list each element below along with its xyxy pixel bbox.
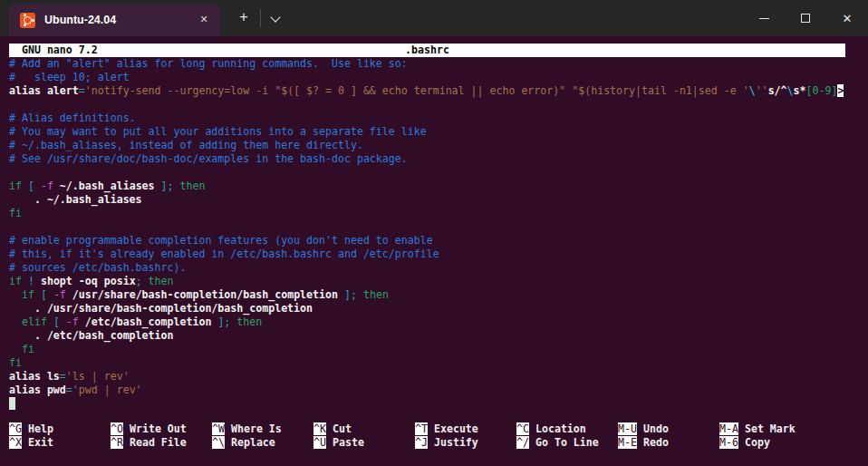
terminal[interactable]: GNU nano 7.2 .bashrc # Add an "alert" al…: [0, 36, 868, 466]
code-segment: -f: [41, 180, 53, 192]
shortcut-bar: ^GHelp^XExit^OWrite Out^RRead File^WWher…: [9, 422, 821, 450]
code-segment: then: [236, 316, 262, 328]
shortcut-location: ^CLocation: [516, 422, 618, 436]
shortcut-label: Read File: [130, 436, 187, 449]
shortcut-set-mark: M-ASet Mark: [719, 422, 821, 436]
code-line[interactable]: # You may want to put all your additions…: [9, 125, 866, 139]
shortcut-column: ^KCut^UPaste: [313, 422, 415, 450]
shortcut-key: ^O: [111, 422, 123, 435]
code-segment: -f: [53, 288, 66, 301]
shortcut-redo: M-ERedo: [618, 436, 719, 450]
shortcut-label: Redo: [643, 436, 669, 449]
shortcut-key: ^\: [212, 436, 225, 449]
code-segment: =: [79, 84, 85, 97]
shortcut-undo: M-UUndo: [618, 422, 719, 436]
code-line[interactable]: # sleep 10; alert: [9, 71, 866, 84]
code-segment: [: [41, 288, 47, 301]
code-segment: . /etc/bash_completion: [9, 329, 173, 342]
code-line[interactable]: alias ls='ls | rev': [9, 370, 866, 383]
code-segment: !: [28, 275, 34, 287]
code-line[interactable]: alias pwd='pwd | rev': [9, 383, 866, 397]
new-tab-button[interactable]: +: [232, 7, 256, 29]
code-segment: [47, 288, 53, 301]
code-line[interactable]: [9, 397, 866, 411]
shortcut-read-file: ^RRead File: [111, 436, 212, 450]
code-line[interactable]: alias alert='notify-send --urgency=low -…: [9, 84, 866, 98]
code-line[interactable]: fi: [9, 343, 866, 356]
shortcut-copy: M-6Copy: [719, 436, 821, 450]
code-segment: then: [180, 180, 206, 192]
code-line[interactable]: [9, 98, 866, 112]
nano-header: GNU nano 7.2 .bashrc: [9, 44, 845, 57]
cursor: [9, 397, 15, 410]
editor[interactable]: # Add an "alert" alias for long running …: [9, 57, 866, 411]
code-segment: [22, 275, 28, 287]
shortcut-key: M-A: [719, 422, 738, 435]
code-segment: fi: [9, 207, 22, 219]
shortcut-label: Paste: [333, 436, 364, 449]
code-line[interactable]: # See /usr/share/doc/bash-doc/examples i…: [9, 152, 866, 166]
code-line[interactable]: # ~/.bash_aliases, instead of adding the…: [9, 139, 866, 152]
code-segment: ~/.bash_aliases: [53, 180, 161, 192]
code-segment: [60, 316, 66, 328]
code-line[interactable]: . /usr/share/bash-completion/bash_comple…: [9, 302, 866, 316]
shortcut-column: ^CLocation^/Go To Line: [516, 422, 618, 450]
shortcut-write-out: ^OWrite Out: [111, 422, 212, 436]
code-segment: ];: [217, 316, 230, 328]
shortcut-key: ^C: [516, 422, 529, 435]
shortcut-column: ^OWrite Out^RRead File: [111, 422, 212, 450]
code-segment: # enable programmable completion feature…: [9, 234, 433, 247]
shortcut-key: ^R: [111, 436, 123, 449]
shortcut-key: ^W: [212, 422, 225, 435]
code-segment: s/^: [768, 84, 787, 97]
ubuntu-logo-icon: [20, 13, 35, 28]
code-segment: fi: [9, 356, 22, 369]
ubuntu-logo-dot: [24, 14, 26, 16]
code-segment: \: [787, 84, 794, 97]
code-line[interactable]: . /etc/bash_completion: [9, 329, 866, 343]
code-line[interactable]: [9, 166, 866, 180]
tab-dropdown-button[interactable]: [265, 7, 286, 29]
code-segment: fi: [22, 343, 34, 355]
tab-ubuntu[interactable]: Ubuntu-24.04 ✕: [9, 4, 220, 36]
close-button[interactable]: ✕: [826, 0, 868, 36]
code-line[interactable]: # enable programmable completion feature…: [9, 234, 866, 248]
shortcut-label: Help: [28, 422, 53, 435]
shortcut-label: Set Mark: [745, 422, 796, 435]
shortcut-replace: ^\Replace: [212, 436, 313, 450]
shortcut-key: ^/: [516, 436, 529, 449]
code-line[interactable]: . ~/.bash_aliases: [9, 193, 866, 207]
code-line[interactable]: # this, if it's already enabled in /etc/…: [9, 248, 866, 261]
shortcut-label: Exit: [28, 436, 53, 449]
code-segment: # Alias definitions.: [9, 112, 136, 124]
code-line[interactable]: # Alias definitions.: [9, 112, 866, 125]
minimize-button[interactable]: [743, 0, 785, 36]
code-line[interactable]: elif [ -f /etc/bash_completion ]; then: [9, 316, 866, 329]
code-segment: # You may want to put all your additions…: [9, 125, 427, 138]
code-segment: ];: [344, 288, 357, 301]
tab-close-icon[interactable]: ✕: [195, 11, 213, 29]
code-segment: # this, if it's already enabled in /etc/…: [9, 248, 439, 260]
code-segment: elif: [22, 316, 47, 328]
code-segment: alias alert: [9, 84, 79, 97]
code-line[interactable]: # Add an "alert" alias for long running …: [9, 57, 866, 71]
code-line[interactable]: # sources /etc/bash.bashrc).: [9, 261, 866, 275]
code-line[interactable]: [9, 220, 866, 234]
shortcut-label: Cut: [333, 422, 352, 435]
shortcut-key: M-U: [618, 422, 637, 435]
shortcut-key: ^J: [415, 436, 428, 449]
code-line[interactable]: fi: [9, 356, 866, 370]
shortcut-key: ^T: [415, 422, 428, 435]
code-segment: [9, 343, 22, 355]
shortcut-cut: ^KCut: [313, 422, 415, 436]
shortcut-label: Justify: [434, 436, 478, 449]
code-segment: -f: [66, 316, 79, 328]
code-line[interactable]: if ! shopt -oq posix; then: [9, 275, 866, 288]
code-line[interactable]: if [ -f /usr/share/bash-completion/bash_…: [9, 288, 866, 302]
chevron-down-icon: [270, 12, 280, 22]
code-line[interactable]: fi: [9, 207, 866, 220]
tab-title: Ubuntu-24.04: [44, 14, 116, 26]
maximize-button[interactable]: [785, 0, 826, 36]
code-line[interactable]: if [ -f ~/.bash_aliases ]; then: [9, 180, 866, 193]
code-segment: . ~/.bash_aliases: [9, 193, 142, 206]
